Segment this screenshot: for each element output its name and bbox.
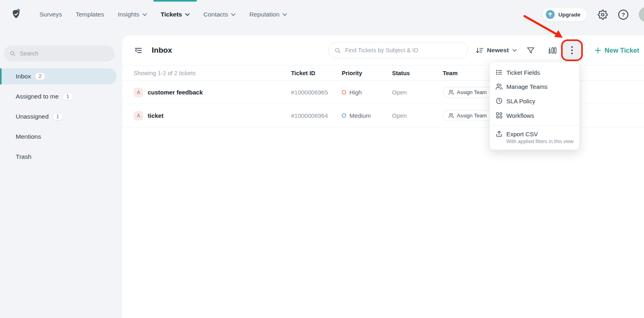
nav-item-tickets[interactable]: Tickets (161, 0, 190, 29)
sidebar-item-unassigned[interactable]: Unassigned 1 (0, 109, 117, 125)
menu-item-ticket-fields[interactable]: Ticket Fields (490, 65, 579, 80)
column-header-status: Status (392, 70, 443, 76)
user-avatar[interactable] (639, 7, 644, 22)
search-icon (334, 47, 341, 54)
priority-label: High (349, 89, 362, 96)
chevron-down-icon (283, 13, 287, 16)
workflow-icon (495, 112, 503, 119)
sidebar-item-label: Mentions (16, 133, 41, 140)
new-ticket-button[interactable]: New Ticket (595, 47, 642, 54)
priority-ring-icon (342, 90, 346, 94)
help-icon[interactable]: ? (618, 10, 628, 20)
ticket-search[interactable] (328, 42, 468, 58)
menu-item-sla-policy[interactable]: SLA Policy (490, 94, 579, 108)
nav-item-surveys[interactable]: Surveys (39, 0, 62, 29)
kebab-menu-icon (571, 46, 573, 54)
ticket-status: Open (392, 89, 443, 96)
sidebar-search-input[interactable] (19, 50, 109, 57)
assign-team-label: Assign Team (457, 89, 487, 95)
upgrade-button[interactable]: Upgrade (542, 7, 587, 22)
column-header-ticket-id: Ticket ID (291, 70, 342, 76)
nav-label: Templates (76, 11, 104, 18)
nav-label: Insights (118, 11, 139, 18)
ticket-status: Open (392, 112, 443, 119)
ticket-subject: ticket (148, 112, 163, 119)
menu-item-workflows[interactable]: Workflows (490, 108, 579, 123)
nav-label: Tickets (161, 11, 182, 18)
menu-item-label: Manage Teams (506, 83, 547, 90)
help-glyph: ? (618, 10, 628, 20)
column-header-priority: Priority (342, 70, 392, 76)
app-screen: Surveys Templates Insights Tickets Conta… (0, 0, 644, 318)
sidebar-item-trash[interactable]: Trash (0, 149, 117, 165)
results-summary: Showing 1-2 of 2 tickets (134, 70, 291, 76)
settings-gear-icon[interactable] (598, 10, 608, 20)
new-ticket-label: New Ticket (605, 47, 639, 54)
ticket-id: #1000006965 (291, 89, 342, 96)
avatar: A (134, 111, 143, 121)
count-badge: 1 (53, 113, 63, 120)
priority-ring-icon (342, 113, 346, 118)
priority-label: Medium (349, 112, 371, 119)
sort-icon (475, 47, 483, 54)
sidebar-item-mentions[interactable]: Mentions (0, 129, 117, 145)
chevron-down-icon (231, 13, 235, 16)
sidebar-item-label: Unassigned (16, 113, 49, 120)
customize-columns-icon[interactable] (548, 46, 557, 55)
team-icon (448, 113, 454, 118)
nav-label: Reputation (249, 11, 279, 18)
sidebar-item-label: Inbox (16, 73, 31, 80)
avatar: A (134, 88, 143, 97)
ticket-search-input[interactable] (344, 47, 462, 54)
menu-item-label: Workflows (506, 112, 534, 119)
menu-item-label: Ticket Fields (506, 69, 540, 76)
team-icon (448, 90, 454, 95)
sidebar-search[interactable] (4, 45, 115, 62)
assign-team-label: Assign Team (457, 113, 487, 119)
menu-item-label: Export CSV (506, 131, 538, 137)
search-icon (10, 50, 15, 57)
nav-item-contacts[interactable]: Contacts (203, 0, 235, 29)
sort-label: Newest (487, 47, 509, 54)
export-icon (495, 130, 503, 137)
chevron-down-icon (185, 13, 190, 16)
collapse-sidebar-icon[interactable] (134, 46, 143, 55)
count-badge: 2 (35, 73, 45, 80)
sidebar-item-label: Assigned to me (16, 93, 59, 100)
ticket-subject: customer feedback (148, 89, 203, 96)
menu-item-manage-teams[interactable]: Manage Teams (490, 80, 579, 94)
sidebar-item-inbox[interactable]: Inbox 2 (0, 68, 117, 84)
upgrade-label: Upgrade (558, 12, 580, 18)
chevron-down-icon (142, 13, 147, 16)
assign-team-button[interactable]: Assign Team (443, 87, 492, 98)
sort-dropdown[interactable]: Newest (475, 47, 517, 54)
filter-funnel-icon[interactable] (526, 46, 535, 54)
primary-nav: Surveys Templates Insights Tickets Conta… (39, 0, 287, 29)
plus-icon (595, 47, 601, 53)
nav-item-templates[interactable]: Templates (76, 0, 104, 29)
upgrade-arrow-icon (546, 10, 555, 19)
brand-logo-icon[interactable] (10, 0, 23, 29)
assign-team-button[interactable]: Assign Team (443, 110, 492, 121)
clock-icon (495, 97, 503, 105)
menu-item-label: SLA Policy (506, 98, 535, 105)
count-badge: 1 (63, 93, 73, 100)
menu-item-export-csv[interactable]: Export CSV With applied filters in this … (490, 125, 579, 150)
nav-item-reputation[interactable]: Reputation (249, 0, 287, 29)
nav-label: Surveys (39, 11, 62, 18)
sidebar-item-label: Trash (16, 153, 31, 160)
sidebar: Inbox 2 Assigned to me 1 Unassigned 1 Me… (0, 29, 122, 318)
nav-item-insights[interactable]: Insights (118, 0, 147, 29)
team-icon (495, 83, 503, 90)
page-title: Inbox (152, 46, 172, 55)
tickets-toolbar: Inbox Newest (122, 35, 644, 66)
ticket-priority: Medium (342, 112, 392, 119)
ticket-priority: High (342, 89, 392, 96)
list-icon (495, 69, 503, 76)
more-options-menu: Ticket Fields Manage Teams SLA Policy Wo… (489, 62, 580, 150)
nav-right-actions: Upgrade ? (542, 0, 644, 29)
ticket-id: #1000006964 (291, 112, 342, 119)
top-nav: Surveys Templates Insights Tickets Conta… (0, 0, 644, 29)
more-options-button[interactable] (563, 41, 581, 59)
sidebar-item-assigned-to-me[interactable]: Assigned to me 1 (0, 88, 117, 105)
